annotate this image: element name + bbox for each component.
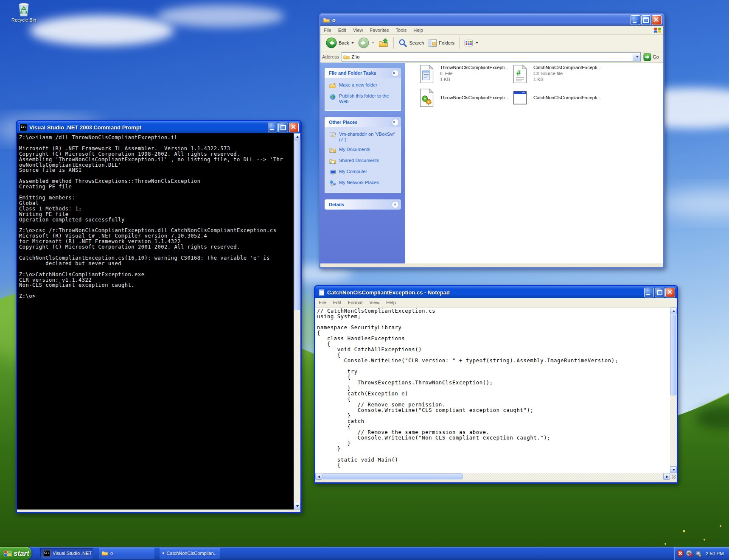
notepad-text-area[interactable]: // CatchNonClsCompliantException.cs usin… [315, 307, 677, 480]
search-button[interactable]: Search [396, 39, 426, 48]
notepad-horizontal-scrollbar[interactable] [315, 473, 670, 480]
cmd-titlebar[interactable]: C:\ Visual Studio .NET 2003 Command Prom… [17, 121, 300, 133]
file-type: IL File [440, 70, 508, 76]
menu-edit[interactable]: Edit [335, 26, 350, 34]
clock: 2:50 PM [706, 551, 724, 556]
desktop: C:\ [0, 0, 729, 560]
make-new-folder-link[interactable]: Make a new folder [329, 82, 398, 89]
back-button[interactable]: Back [324, 37, 356, 48]
folders-button[interactable]: Folders [426, 39, 457, 48]
views-button[interactable] [462, 39, 480, 48]
details-header[interactable]: Details » [325, 199, 401, 210]
menu-view[interactable]: View [366, 298, 383, 307]
file-tile-throw-dll[interactable]: ThrowNonClsCompliantExcepti... [417, 87, 508, 108]
scroll-down-arrow-icon[interactable] [670, 466, 677, 473]
maximize-button[interactable] [641, 15, 651, 25]
menu-help[interactable]: Help [383, 298, 399, 307]
other-places-header[interactable]: Other Places » [325, 117, 401, 127]
scroll-up-arrow-icon[interactable] [294, 133, 300, 140]
address-input[interactable]: Z:\o [342, 52, 641, 62]
taskbar-button-label: CatchNonClsComplian... [167, 551, 218, 556]
up-button[interactable] [376, 38, 391, 48]
my-documents-link[interactable]: My Documents [329, 147, 398, 154]
explorer-window: o File Edit View Favorites Tools Help Ba… [319, 13, 665, 269]
my-network-places-link[interactable]: My Network Places [329, 180, 398, 187]
scroll-down-arrow-icon[interactable] [294, 503, 300, 510]
minimize-button[interactable] [631, 15, 640, 25]
menu-tools[interactable]: Tools [393, 26, 410, 34]
file-name: CatchNonClsCompliantExcepti... [533, 95, 601, 101]
file-folder-tasks-header[interactable]: File and Folder Tasks » [325, 68, 401, 78]
place-link-label: Vm-shareddir on 'VBoxSvr' (Z:) [339, 132, 398, 143]
command-prompt-icon: C:\ [20, 124, 27, 131]
place-link-label: Shared Documents [339, 158, 379, 165]
file-tile-catch-exe[interactable]: CatchNonClsCompliantExcepti... [510, 87, 601, 108]
minimize-button[interactable] [268, 123, 278, 132]
virtual-machine-tray-icon[interactable] [695, 550, 702, 557]
menu-favorites[interactable]: Favorites [366, 26, 392, 34]
taskbar-button-notepad[interactable]: CatchNonClsComplian... [160, 548, 220, 559]
up-folder-icon [379, 38, 389, 48]
maximize-button[interactable] [278, 123, 288, 132]
my-computer-icon [329, 169, 336, 176]
cmd-output-area[interactable]: Z:\o>ilasm /dll ThrowNonClsCompliantExce… [17, 133, 300, 510]
shared-drive-link[interactable]: Vm-shareddir on 'VBoxSvr' (Z:) [329, 132, 398, 143]
collapse-chevron-icon[interactable]: » [392, 119, 399, 126]
collapse-chevron-icon[interactable]: » [392, 70, 399, 77]
panel-title: Details [329, 202, 344, 207]
file-tile-throw-il[interactable]: ThrowNonClsCompliantExcepti... IL File 1… [417, 64, 508, 84]
go-button[interactable]: Go [641, 53, 662, 61]
cmd-scrollbar-thumb[interactable] [294, 140, 300, 310]
notepad-vertical-scrollbar[interactable] [670, 308, 677, 473]
explorer-titlebar[interactable]: o [320, 14, 663, 26]
explorer-file-list[interactable]: ThrowNonClsCompliantExcepti... IL File 1… [405, 63, 663, 263]
notepad-icon [162, 550, 165, 557]
publish-folder-link[interactable]: Publish this folder to the Web [329, 93, 398, 104]
file-size: 1 KB [440, 76, 508, 82]
start-label: start [14, 549, 29, 558]
expand-chevron-icon[interactable]: » [392, 201, 399, 208]
cmd-vertical-scrollbar[interactable] [294, 133, 300, 510]
scrollbar-thumb[interactable] [670, 315, 676, 395]
taskbar-button-label: Visual Studio .NET 20... [53, 551, 93, 556]
shared-documents-link[interactable]: Shared Documents [329, 158, 398, 165]
my-computer-link[interactable]: My Computer [329, 169, 398, 176]
file-name: ThrowNonClsCompliantExcepti... [440, 95, 508, 101]
recycle-bin-icon [16, 1, 31, 17]
recycle-bin-desktop-icon[interactable]: Recycle Bin [6, 1, 42, 22]
search-icon [398, 39, 407, 48]
back-label: Back [339, 40, 349, 45]
taskbar-button-vs-cmd[interactable]: C:\ Visual Studio .NET 20... [40, 548, 93, 559]
scroll-up-arrow-icon[interactable] [670, 308, 677, 314]
scrollbar-thumb[interactable] [322, 473, 463, 479]
minimize-button[interactable] [644, 288, 654, 297]
file-tile-catch-cs[interactable]: CatchNonClsCompliantExcepti... C# Source… [510, 64, 601, 84]
menu-help[interactable]: Help [410, 26, 426, 34]
close-button[interactable] [652, 15, 662, 25]
forward-button[interactable] [356, 37, 376, 48]
explorer-window-title: o [332, 17, 631, 23]
menu-file[interactable]: File [315, 298, 330, 307]
notepad-window: CatchNonClsCompliantException.cs - Notep… [314, 285, 678, 484]
security-shield-icon[interactable] [677, 550, 684, 557]
scroll-left-arrow-icon[interactable] [315, 473, 322, 480]
task-link-label: Make a new folder [339, 82, 377, 89]
taskbar-button-folder-o[interactable]: o [99, 548, 154, 559]
close-button[interactable] [289, 123, 299, 132]
resize-grip[interactable] [670, 473, 677, 480]
maximize-button[interactable] [655, 288, 665, 297]
menu-format[interactable]: Format [345, 298, 366, 307]
notepad-titlebar[interactable]: CatchNonClsCompliantException.cs - Notep… [315, 286, 677, 298]
address-dropdown-button[interactable] [633, 53, 640, 61]
close-button[interactable] [665, 288, 675, 297]
start-button[interactable]: start [0, 547, 31, 560]
file-type: C# Source file [533, 70, 601, 76]
menu-file[interactable]: File [320, 26, 335, 34]
menu-edit[interactable]: Edit [330, 298, 345, 307]
new-folder-icon [329, 82, 336, 89]
system-tray: 2:50 PM [674, 547, 729, 560]
command-prompt-icon: C:\ [43, 550, 50, 557]
scroll-right-arrow-icon[interactable] [663, 473, 670, 480]
menu-view[interactable]: View [350, 26, 367, 34]
volume-muted-icon[interactable] [686, 550, 693, 557]
